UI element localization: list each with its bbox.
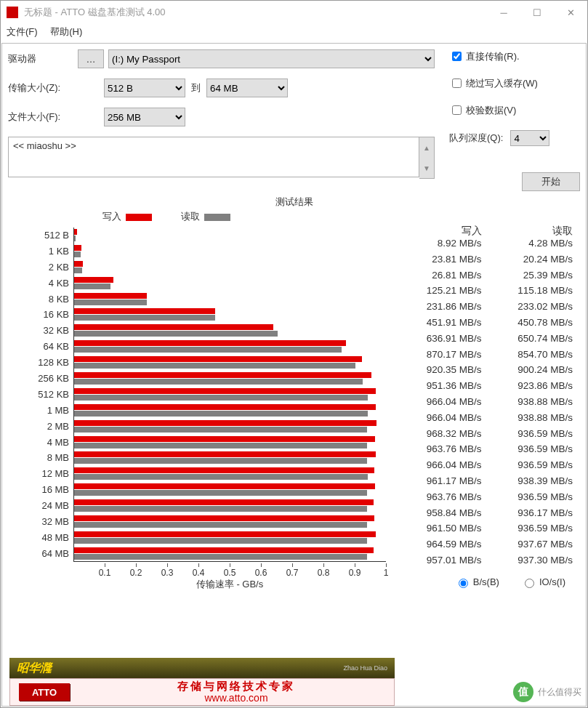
footer-atto-row: ATTO 存储与网络技术专家www.atto.com <box>9 678 395 706</box>
app-icon <box>7 7 18 18</box>
start-button[interactable]: 开始 <box>522 172 580 191</box>
footer-brand: 昭华漋 <box>17 661 52 676</box>
legend-read-swatch <box>204 214 230 221</box>
client-area: 驱动器 … (I:) My Passport 传输大小(Z): 512 B 到 … <box>1 43 587 707</box>
label-bypass-cache: 绕过写入缓存(W) <box>466 77 538 90</box>
menu-help[interactable]: 帮助(H) <box>50 26 82 37</box>
footer-slogan: 存储与网络技术专家 <box>177 680 295 692</box>
footer-brand-row: 昭华漋 Zhao Hua Diao <box>9 658 395 678</box>
browse-button[interactable]: … <box>78 49 104 68</box>
footer: 昭华漋 Zhao Hua Diao ATTO 存储与网络技术专家www.atto… <box>9 658 395 706</box>
label-transfer-size: 传输大小(Z): <box>8 81 73 94</box>
transfer-from-select[interactable]: 512 B <box>104 79 185 97</box>
results-title: 测试结果 <box>8 196 580 209</box>
table-head-read: 读取 <box>489 225 581 238</box>
window-title: 无标题 - ATTO 磁盘基准测试 4.00 <box>24 6 166 19</box>
radio-bs[interactable]: B/s(B) <box>455 576 499 588</box>
radio-ios[interactable]: IO/s(I) <box>521 576 565 588</box>
app-window: 无标题 - ATTO 磁盘基准测试 4.00 ─ ☐ ✕ 文件(F) 帮助(H)… <box>0 0 588 708</box>
watermark-icon: 值 <box>513 682 533 702</box>
watermark-text: 什么值得买 <box>538 686 581 699</box>
menu-file[interactable]: 文件(F) <box>7 26 38 37</box>
description-input[interactable]: << miaoshu >> <box>8 137 419 177</box>
label-file-size: 文件大小(F): <box>8 110 73 124</box>
label-to: 到 <box>191 81 201 94</box>
bypass-write-cache-checkbox[interactable] <box>452 79 462 88</box>
results-table: 写入 读取 8.92 MB/s4.28 MB/s23.81 MB/s20.24 … <box>393 225 580 588</box>
transfer-to-select[interactable]: 64 MB <box>206 79 288 97</box>
queue-depth-select[interactable]: 4 <box>510 130 549 146</box>
atto-logo: ATTO <box>19 683 70 701</box>
desc-scroll[interactable]: ▲▼ <box>419 137 435 179</box>
label-drive: 驱动器 <box>8 52 73 65</box>
watermark: 值 什么值得买 <box>486 677 587 707</box>
label-direct-transfer: 直接传输(R). <box>466 50 520 63</box>
label-verify-data: 校验数据(V) <box>466 104 516 117</box>
maximize-button[interactable]: ☐ <box>520 1 554 24</box>
titlebar[interactable]: 无标题 - ATTO 磁盘基准测试 4.00 ─ ☐ ✕ <box>1 1 587 24</box>
close-button[interactable]: ✕ <box>554 1 587 24</box>
table-head-write: 写入 <box>398 225 489 238</box>
minimize-button[interactable]: ─ <box>487 1 520 24</box>
direct-transfer-checkbox[interactable] <box>452 52 462 61</box>
legend-read-label: 读取 <box>181 211 200 222</box>
legend-write-swatch <box>126 214 152 221</box>
footer-url: www.atto.com <box>204 692 267 704</box>
chart-xlabel: 传输速率 - GB/s <box>73 578 386 591</box>
footer-brand-sub: Zhao Hua Diao <box>343 664 387 672</box>
verify-data-checkbox[interactable] <box>452 105 462 115</box>
results-chart: 512 B1 KB2 KB4 KB8 KB16 KB32 KB64 KB128 … <box>8 225 393 582</box>
file-size-select[interactable]: 256 MB <box>104 108 185 126</box>
label-queue-depth: 队列深度(Q): <box>449 132 503 145</box>
chart-legend: 写入 读取 <box>8 210 580 223</box>
drive-select[interactable]: (I:) My Passport <box>108 49 435 68</box>
menubar: 文件(F) 帮助(H) <box>1 24 587 41</box>
legend-write-label: 写入 <box>102 211 121 222</box>
